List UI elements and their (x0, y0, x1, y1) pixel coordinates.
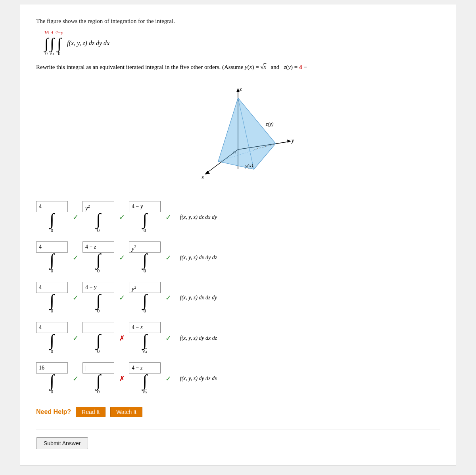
svg-marker-4 (287, 140, 291, 143)
integral-row-4: 4 ∫ 0 ✓ ∫ 0 ✗ 4 − z ∫ √x ✓ f(x, y, z) dy… (36, 322, 440, 354)
row2-check1: ✓ (73, 253, 79, 262)
integral-row-5: 16 ∫ 0 ✓ | ∫ 0 ✗ 4 − z ∫ √x ✓ f(x, y, z)… (36, 362, 440, 395)
divider (36, 429, 440, 429)
int-char-2: ∫ (50, 36, 54, 51)
int-symbol-3: 4−y ∫ 0 (56, 30, 63, 57)
row3-check2: ✓ (119, 293, 125, 302)
read-it-button[interactable]: Read It (76, 407, 106, 417)
integral-row-1: 4 ∫ 0 ✓ y2 ∫ 0 ✓ 4 − y ∫ 0 ✓ f(x, y, z) … (36, 201, 440, 234)
row5-check1: ✓ (73, 374, 79, 383)
int-symbol-2: 4 ∫ √x (50, 30, 55, 57)
row4-check2: ✗ (119, 334, 125, 343)
svg-text:z(y): z(y) (265, 121, 274, 127)
integral-1: 16 ∫ 0 (44, 30, 49, 57)
rewrite-text: Rewrite this integral as an equivalent i… (36, 62, 440, 72)
svg-text:y(x): y(x) (244, 163, 253, 169)
integral-row-2: 4 ∫ 0 ✓ 4 − z ∫ 0 ✓ y2 ∫ 0 ✓ f(x, y, z) … (36, 241, 440, 274)
problem-description: The figure shows the region of integrati… (36, 16, 440, 26)
svg-text:y: y (291, 138, 294, 144)
lower-3: 0 (58, 51, 60, 57)
svg-text:z: z (239, 86, 242, 92)
row5-check2: ✗ (119, 374, 125, 383)
row2-check2: ✓ (119, 253, 125, 262)
lower-2: √x (50, 51, 55, 57)
svg-text:x: x (201, 174, 204, 180)
integral-row-3: 4 ∫ 0 ✓ 4 − y ∫ 0 ✓ y2 ∫ 0 ✓ f(x, y, z) … (36, 282, 440, 314)
int-char-3: ∫ (57, 36, 61, 51)
figure-area: z y x 0 z(y) y(x) (36, 78, 440, 189)
svg-marker-1 (236, 88, 240, 92)
integrals-section: 4 ∫ 0 ✓ y2 ∫ 0 ✓ 4 − y ∫ 0 ✓ f(x, y, z) … (36, 201, 440, 395)
watch-it-button[interactable]: Watch It (110, 407, 142, 417)
row4-check3: ✓ (165, 334, 171, 343)
row3-check1: ✓ (73, 293, 79, 302)
row2-func: f(x, y, z) dx dy dz (178, 255, 217, 261)
submit-button[interactable]: Submit Answer (36, 437, 88, 449)
integral-2: 4 ∫ √x (50, 30, 55, 57)
row1-check2: ✓ (119, 213, 125, 222)
figure-svg: z y x 0 z(y) y(x) (175, 78, 301, 189)
row3-func: f(x, y, z) dx dz dy (178, 295, 217, 301)
row5-func: f(x, y, z) dy dz dx (178, 375, 217, 382)
integrand: f(x, y, z) dz dy dx (65, 40, 109, 47)
int-symbol-1: 16 ∫ 0 (44, 30, 49, 57)
row5-check3: ✓ (165, 374, 171, 383)
row4-func: f(x, y, z) dy dx dz (178, 335, 217, 341)
row3-check3: ✓ (165, 293, 171, 302)
lower-1: 0 (45, 51, 48, 57)
row1-check1: ✓ (73, 213, 79, 222)
original-integral: 16 ∫ 0 4 ∫ √x 4−y ∫ 0 f(x, y, z) dz dy d… (44, 30, 440, 57)
need-help-label: Need Help? (36, 408, 71, 416)
integral-3: 4−y ∫ 0 (56, 30, 63, 57)
submit-section: Submit Answer (36, 437, 440, 449)
row1-func: f(x, y, z) dz dx dy (178, 214, 217, 220)
row2-check3: ✓ (165, 253, 171, 262)
page-container: The figure shows the region of integrati… (20, 4, 456, 465)
row4-check1: ✓ (73, 334, 79, 343)
need-help-section: Need Help? Read It Watch It (36, 407, 440, 417)
row1-check3: ✓ (165, 213, 171, 222)
int-char-1: ∫ (44, 36, 48, 51)
